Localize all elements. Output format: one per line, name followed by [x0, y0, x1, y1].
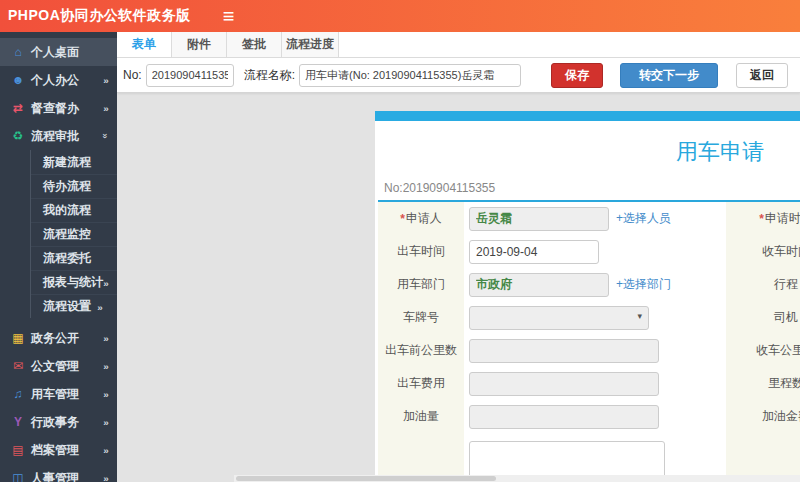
fuel-cost-label: 加油金额 — [726, 400, 800, 433]
sidebar-item-vehicle-mgmt[interactable]: ♫ 用车管理 » — [0, 380, 117, 408]
fuel-amount-label: 加油量 — [378, 400, 464, 433]
app-header: PHPOA协同办公软件政务版 ≡ — [0, 0, 800, 32]
document-icon: ✉ — [10, 359, 26, 373]
home-icon: ⌂ — [10, 45, 26, 59]
fuel-amount-input[interactable] — [469, 405, 659, 429]
app-title: PHPOA协同办公软件政务版 — [0, 7, 191, 25]
km-return-label: 收车公里数 — [726, 334, 800, 367]
book-icon: ◫ — [10, 471, 26, 482]
tab-workflow-progress[interactable]: 流程进度 — [282, 32, 339, 57]
driver-label: 司机 — [726, 301, 800, 334]
apply-time-label: * 申请时间 — [726, 202, 800, 235]
tab-bar: 表单 附件 签批 流程进度 — [117, 32, 800, 58]
depart-time-input[interactable] — [469, 240, 599, 264]
sidebar-item-todo-workflow[interactable]: 待办流程 — [31, 174, 117, 198]
applicant-label: * 申请人 — [378, 202, 464, 235]
workflow-no-input[interactable] — [146, 64, 234, 87]
scrollbar-thumb[interactable] — [236, 476, 496, 481]
back-button[interactable]: 返回 — [736, 63, 788, 88]
km-before-input[interactable] — [469, 339, 659, 363]
km-before-label: 出车前公里数 — [378, 334, 464, 367]
forward-next-step-button[interactable]: 转交下一步 — [620, 63, 718, 88]
workflow-name-label: 流程名称: — [244, 67, 295, 84]
sidebar: ⌂ 个人桌面 ☻ 个人办公 » ⇄ 督查督办 » ♻ 流程审批 » 新建 — [0, 32, 117, 482]
hamburger-menu-icon[interactable]: ≡ — [223, 6, 235, 26]
workflow-submenu: 新建流程 待办流程 我的流程 流程监控 流程委托 报表与统计 » — [30, 150, 117, 318]
form-table: * 申请人 +选择人员 * 申请时间 — [378, 202, 800, 482]
plate-number-label: 车牌号 — [378, 301, 464, 334]
return-time-label: 收车时间 — [726, 235, 800, 268]
vehicle-request-form-panel: 用车申请 No:20190904115355 * 申请人 +选择人员 — [375, 111, 800, 482]
sidebar-item-workflow-delegate[interactable]: 流程委托 — [31, 246, 117, 270]
form-header-bar — [375, 111, 800, 121]
tab-form[interactable]: 表单 — [117, 32, 172, 57]
workflow-icon: ♻ — [10, 129, 26, 143]
sidebar-item-workflow-monitor[interactable]: 流程监控 — [31, 222, 117, 246]
choose-department-link[interactable]: +选择部门 — [616, 276, 671, 293]
form-number: No:20190904115355 — [384, 181, 800, 195]
trip-cost-input[interactable] — [469, 372, 659, 396]
sidebar-item-reports-statistics[interactable]: 报表与统计 » — [31, 270, 117, 294]
sidebar-item-workflow-settings[interactable]: 流程设置 » — [31, 294, 117, 318]
tab-signoff[interactable]: 签批 — [227, 32, 282, 57]
tab-attachments[interactable]: 附件 — [172, 32, 227, 57]
vehicle-icon: ♫ — [10, 387, 26, 401]
sidebar-item-workflow-approval[interactable]: ♻ 流程审批 » — [0, 122, 117, 150]
workflow-name-input[interactable] — [299, 64, 521, 87]
archive-icon: ▤ — [10, 443, 26, 457]
choose-person-link[interactable]: +选择人员 — [616, 210, 671, 227]
user-icon: ☻ — [10, 73, 26, 87]
sidebar-item-new-workflow[interactable]: 新建流程 — [31, 150, 117, 174]
department-label: 用车部门 — [378, 268, 464, 301]
sidebar-item-personal-desktop[interactable]: ⌂ 个人桌面 — [0, 38, 117, 66]
workflow-toolbar: No: 流程名称: 保存 转交下一步 返回 — [117, 58, 800, 93]
sidebar-item-hr-mgmt[interactable]: ◫ 人事管理 » — [0, 464, 117, 482]
depart-time-label: 出车时间 — [378, 235, 464, 268]
sidebar-item-admin-affairs[interactable]: Y 行政事务 » — [0, 408, 117, 436]
department-input[interactable] — [469, 273, 609, 297]
horizontal-scrollbar[interactable] — [234, 475, 800, 482]
sidebar-item-my-workflow[interactable]: 我的流程 — [31, 198, 117, 222]
trip-cost-label: 出车费用 — [378, 367, 464, 400]
no-label: No: — [123, 68, 142, 82]
sidebar-item-personal-office[interactable]: ☻ 个人办公 » — [0, 66, 117, 94]
shuffle-icon: ⇄ — [10, 101, 26, 115]
sidebar-item-supervision[interactable]: ⇄ 督查督办 » — [0, 94, 117, 122]
mileage-label: 里程数 — [726, 367, 800, 400]
form-workspace: 用车申请 No:20190904115355 * 申请人 +选择人员 — [117, 93, 800, 482]
itinerary-label: 行程 — [726, 268, 800, 301]
sidebar-item-official-docs[interactable]: ✉ 公文管理 » — [0, 352, 117, 380]
sidebar-item-archive-mgmt[interactable]: ▤ 档案管理 » — [0, 436, 117, 464]
plate-number-select[interactable] — [469, 306, 649, 330]
save-button[interactable]: 保存 — [551, 63, 603, 88]
form-title: 用车申请 — [378, 137, 800, 167]
sidebar-item-gov-disclosure[interactable]: ▦ 政务公开 » — [0, 324, 117, 352]
filter-icon: Y — [10, 415, 26, 429]
grid-icon: ▦ — [10, 331, 26, 345]
applicant-input[interactable] — [469, 207, 609, 231]
